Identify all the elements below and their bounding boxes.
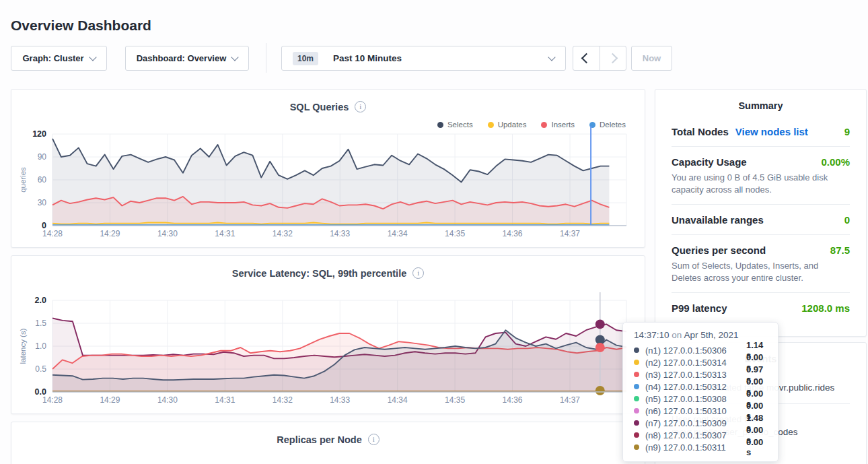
summary-rows: Total Nodes View nodes list 9 Capacity U… [672, 117, 850, 323]
time-range-badge: 10m [293, 52, 318, 65]
chevron-down-icon [548, 53, 555, 61]
summary-row-value: 0.00% [821, 156, 850, 168]
chart-hover-tooltip: 14:37:10 on Apr 5th, 2021 (n1) 127.0.0.1… [622, 322, 779, 462]
summary-row-label: Capacity Usage [672, 156, 747, 168]
tooltip-node-row: (n9) 127.0.0.1:50311 0.00 s [634, 441, 767, 453]
node-address: (n5) 127.0.0.1:50308 [645, 394, 744, 404]
summary-row: P99 latency 1208.0 ms [672, 292, 850, 323]
svg-text:14:35: 14:35 [445, 395, 465, 405]
time-range-label: Past 10 Minutes [333, 53, 402, 63]
svg-text:14:30: 14:30 [157, 395, 178, 405]
svg-text:14:33: 14:33 [330, 229, 350, 238]
svg-text:14:35: 14:35 [445, 229, 465, 238]
time-range-picker[interactable]: 10m Past 10 Minutes [281, 46, 566, 71]
service-latency-chart[interactable]: 14:2814:2914:3014:3114:3214:3314:3414:35… [11, 256, 646, 415]
svg-text:14:36: 14:36 [502, 229, 522, 238]
svg-text:queries: queries [19, 167, 27, 193]
node-color-dot [634, 444, 639, 450]
node-color-dot [634, 432, 639, 438]
svg-text:14:34: 14:34 [388, 229, 408, 238]
tooltip-rows: (n1) 127.0.0.1:50306 1.14 s (n2) 127.0.0… [634, 344, 767, 453]
svg-text:14:34: 14:34 [388, 395, 408, 405]
svg-text:14:33: 14:33 [330, 395, 350, 405]
node-latency-value: 0.00 s [746, 437, 767, 457]
node-address: (n1) 127.0.0.1:50306 [645, 345, 744, 356]
time-forward-button[interactable] [600, 46, 626, 70]
svg-text:0.0: 0.0 [35, 387, 46, 397]
summary-row-value: 87.5 [830, 244, 850, 256]
summary-row-label: Queries per second [672, 244, 766, 256]
node-color-dot [634, 384, 639, 389]
node-address: (n8) 127.0.0.1:50307 [645, 430, 744, 440]
node-color-dot [634, 420, 639, 426]
svg-text:14:36: 14:36 [502, 395, 522, 405]
node-color-dot [634, 372, 639, 377]
svg-text:14:31: 14:31 [215, 229, 235, 238]
node-address: (n4) 127.0.0.1:50312 [645, 382, 744, 392]
svg-text:14:29: 14:29 [100, 395, 120, 405]
sql-queries-chart[interactable]: 14:2814:2914:3014:3114:3214:3314:3414:35… [11, 90, 646, 248]
node-color-dot [634, 347, 639, 353]
summary-panel-title: Summary [672, 100, 850, 111]
sql-queries-chart-card: SQL Queries i SelectsUpdatesInsertsDelet… [11, 89, 645, 248]
dashboard-selector-dropdown[interactable]: Dashboard: Overview [125, 46, 249, 71]
time-back-button[interactable] [573, 46, 600, 70]
summary-row-description: Sum of Selects, Updates, Inserts, and De… [672, 260, 850, 284]
chevron-right-icon [608, 53, 618, 64]
node-address: (n2) 127.0.0.1:50314 [645, 358, 744, 368]
info-icon[interactable]: i [368, 434, 379, 445]
chevron-down-icon [231, 53, 239, 61]
svg-text:1.5: 1.5 [35, 319, 46, 328]
svg-text:30: 30 [38, 198, 47, 207]
summary-row-value: 0 [844, 214, 850, 226]
view-nodes-list-link[interactable]: View nodes list [735, 126, 808, 137]
node-color-dot [634, 360, 639, 365]
node-address: (n3) 127.0.0.1:50313 [645, 370, 744, 380]
node-address: (n9) 127.0.0.1:50311 [645, 442, 744, 453]
dashboard-selector-label: Dashboard: Overview [137, 53, 227, 63]
svg-text:14:28: 14:28 [42, 229, 63, 238]
chevron-down-icon [89, 53, 96, 61]
toolbar-divider [266, 43, 266, 73]
summary-row: Capacity Usage 0.00% You are using 0 B o… [672, 146, 850, 204]
chevron-left-icon [581, 53, 591, 64]
summary-row: Unavailable ranges 0 [672, 204, 850, 234]
svg-text:14:32: 14:32 [273, 395, 293, 405]
summary-row: Total Nodes View nodes list 9 [672, 117, 850, 146]
summary-row-label: P99 latency [672, 302, 727, 314]
now-button[interactable]: Now [631, 46, 672, 71]
svg-text:latency (s): latency (s) [19, 328, 27, 364]
svg-text:14:37: 14:37 [560, 395, 580, 405]
summary-row-value: 1208.0 ms [801, 302, 850, 314]
summary-row-label: Unavailable ranges [672, 214, 764, 226]
graph-selector-label: Graph: Cluster [22, 53, 83, 63]
summary-row: Queries per second 87.5 Sum of Selects, … [672, 234, 850, 292]
svg-text:14:37: 14:37 [560, 229, 580, 238]
service-latency-chart-card: Service Latency: SQL, 99th percentile i … [11, 255, 645, 414]
tooltip-timestamp: 14:37:10 on Apr 5th, 2021 [634, 330, 767, 340]
svg-text:1.0: 1.0 [35, 341, 46, 351]
svg-text:14:29: 14:29 [100, 229, 120, 238]
svg-text:14:32: 14:32 [273, 229, 293, 238]
summary-panel: Summary Total Nodes View nodes list 9 Ca… [655, 89, 867, 337]
node-address: (n6) 127.0.0.1:50310 [645, 406, 744, 416]
summary-row-value: 9 [844, 126, 850, 137]
svg-text:14:28: 14:28 [42, 395, 63, 405]
replicas-per-node-chart-title: Replicas per Node [277, 434, 362, 445]
page-title: Overview Dashboard [11, 18, 151, 34]
svg-text:14:30: 14:30 [157, 229, 178, 238]
svg-text:0: 0 [42, 221, 46, 230]
svg-text:0.5: 0.5 [35, 364, 46, 374]
node-color-dot [634, 396, 639, 401]
summary-row-description: You are using 0 B of 4.5 GiB usable disk… [672, 172, 850, 195]
replicas-per-node-chart-card: Replicas per Node i [11, 422, 645, 464]
svg-text:90: 90 [38, 152, 47, 162]
svg-text:14:31: 14:31 [215, 395, 235, 405]
node-address: (n7) 127.0.0.1:50309 [645, 418, 744, 428]
svg-text:2.0: 2.0 [35, 296, 46, 305]
time-nav-group [573, 46, 626, 71]
graph-selector-dropdown[interactable]: Graph: Cluster [11, 46, 107, 71]
node-color-dot [634, 408, 639, 413]
summary-row-label: Total Nodes [672, 126, 729, 137]
svg-text:60: 60 [38, 175, 47, 185]
